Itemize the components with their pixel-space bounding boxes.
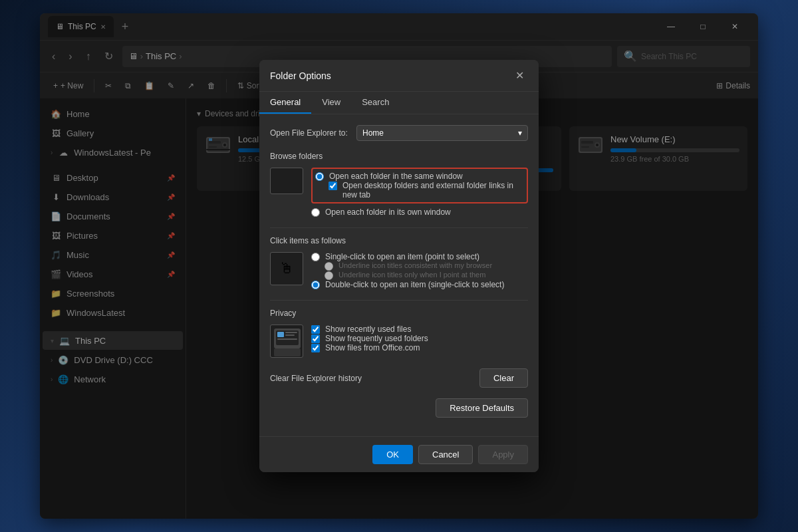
click-inner: 🖱 Single-click to open an item (point to…	[270, 252, 528, 289]
check-frequent-folders-label: Show frequently used folders	[325, 334, 428, 343]
radio-single-click-label: Single-click to open an item (point to s…	[325, 252, 479, 261]
radio-own-window-label: Open each folder in its own window	[325, 207, 451, 217]
dialog-footer: OK Cancel Apply	[259, 436, 539, 472]
radio-double-click-label: Double-click to open an item (single-cli…	[325, 280, 504, 289]
dialog-body: Open File Explorer to: Home ▾ Browse fol…	[259, 114, 539, 436]
click-options: Single-click to open an item (point to s…	[311, 252, 528, 289]
apply-btn[interactable]: Apply	[478, 445, 528, 464]
cancel-btn[interactable]: Cancel	[418, 445, 473, 464]
check-new-tab-input[interactable]	[329, 182, 337, 190]
tab-search[interactable]: Search	[351, 92, 400, 114]
ok-btn[interactable]: OK	[372, 445, 413, 464]
radio-underline-consistent[interactable]: Underline icon titles consistent with my…	[325, 261, 528, 271]
divider-2	[270, 300, 528, 301]
radio-own-window-input[interactable]	[311, 208, 320, 217]
privacy-options: Show recently used files Show frequently…	[311, 325, 528, 352]
dialog-overlay: Folder Options ✕ General View Search Ope…	[40, 13, 758, 519]
check-office-files[interactable]: Show files from Office.com	[311, 343, 528, 352]
restore-defaults-btn[interactable]: Restore Defaults	[436, 398, 528, 418]
check-new-tab[interactable]: Open desktop folders and external folder…	[329, 181, 524, 200]
browse-label: Browse folders	[270, 152, 528, 161]
radio-double-click-input[interactable]	[311, 281, 320, 289]
click-section: Click items as follows 🖱 Single-click to…	[270, 236, 528, 289]
clear-btn[interactable]: Clear	[479, 368, 528, 388]
radio-single-click-input[interactable]	[311, 253, 320, 261]
restore-row: Restore Defaults	[270, 398, 528, 418]
clear-history-label: Clear File Explorer history	[270, 374, 362, 383]
browse-options: Open each folder in the same window Open…	[311, 168, 528, 217]
radio-own-window[interactable]: Open each folder in its own window	[311, 207, 528, 217]
explorer-window: 🖥 This PC ✕ + — □ ✕ ‹ › ↑ ↻ 🖥 › This PC …	[40, 13, 758, 519]
tab-general[interactable]: General	[259, 92, 311, 114]
cursor-icon: 🖱	[279, 260, 294, 277]
radio-underline-hover-label: Underline icon titles only when I point …	[338, 271, 485, 279]
privacy-preview	[270, 325, 303, 358]
clear-history-row: Clear File Explorer history Clear	[270, 368, 528, 388]
radio-underline-consistent-input	[325, 262, 333, 271]
divider-1	[270, 227, 528, 228]
folder-options-dialog: Folder Options ✕ General View Search Ope…	[259, 60, 539, 472]
check-recent-files[interactable]: Show recently used files	[311, 325, 528, 334]
check-office-files-label: Show files from Office.com	[325, 343, 420, 352]
radio-underline-hover[interactable]: Underline icon titles only when I point …	[325, 271, 528, 280]
dialog-close-btn[interactable]: ✕	[511, 68, 528, 83]
select-arrow-icon: ▾	[518, 128, 522, 138]
tab-view[interactable]: View	[311, 92, 351, 114]
svg-rect-24	[277, 338, 297, 340]
browse-inner: Open each folder in the same window Open…	[270, 168, 528, 217]
click-label: Click items as follows	[270, 236, 528, 245]
svg-rect-25	[274, 348, 301, 356]
browse-preview	[270, 168, 303, 194]
radio-same-window-label: Open each folder in the same window	[329, 172, 463, 181]
dialog-tabs: General View Search	[259, 92, 539, 114]
svg-rect-21	[277, 332, 284, 337]
privacy-section: Privacy	[270, 309, 528, 358]
check-frequent-folders-input[interactable]	[311, 334, 320, 343]
radio-double-click[interactable]: Double-click to open an item (single-cli…	[311, 280, 528, 289]
privacy-label: Privacy	[270, 309, 528, 318]
check-recent-files-input[interactable]	[311, 325, 320, 334]
open-explorer-row: Open File Explorer to: Home ▾	[270, 125, 528, 141]
open-explorer-value: Home	[362, 128, 384, 138]
check-frequent-folders[interactable]: Show frequently used folders	[311, 334, 528, 343]
open-explorer-select[interactable]: Home ▾	[356, 125, 528, 141]
radio-single-click[interactable]: Single-click to open an item (point to s…	[311, 252, 528, 261]
radio-same-window[interactable]: Open each folder in the same window	[315, 172, 524, 181]
dialog-titlebar: Folder Options ✕	[259, 60, 539, 92]
check-recent-files-label: Show recently used files	[325, 325, 411, 334]
radio-same-window-input[interactable]	[315, 172, 324, 181]
check-office-files-input[interactable]	[311, 344, 320, 352]
svg-rect-22	[285, 332, 297, 333]
browse-highlight-box: Open each folder in the same window Open…	[311, 168, 528, 203]
radio-underline-hover-input	[325, 271, 333, 280]
browse-section: Browse folders Open each folder in the s…	[270, 152, 528, 217]
dialog-title: Folder Options	[270, 70, 331, 81]
svg-rect-23	[285, 334, 295, 336]
open-explorer-label: Open File Explorer to:	[270, 128, 356, 138]
click-preview: 🖱	[270, 252, 303, 285]
radio-underline-consistent-label: Underline icon titles consistent with my…	[338, 261, 492, 269]
check-new-tab-label: Open desktop folders and external folder…	[342, 181, 524, 200]
privacy-inner: Show recently used files Show frequently…	[270, 325, 528, 358]
